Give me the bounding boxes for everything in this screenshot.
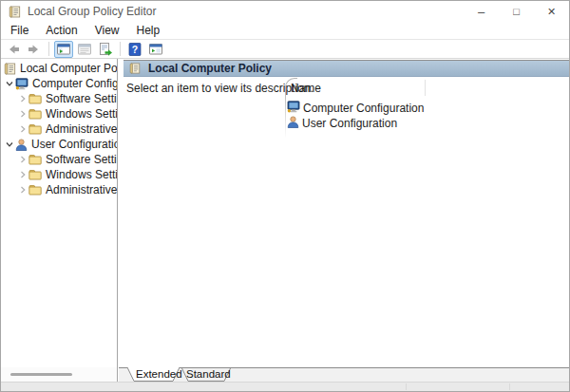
tree-item-software-settings[interactable]: Software Settings [1,152,117,167]
chevron-down-icon[interactable] [4,79,15,88]
folder-icon [28,123,42,135]
computer-icon [287,101,300,116]
policy-scroll-icon [129,63,141,74]
window-controls: – □ ✕ [464,1,569,22]
back-button[interactable] [4,41,23,58]
column-header-name[interactable]: Name [291,82,321,95]
menu-view[interactable]: View [86,22,128,39]
local-group-policy-editor-window: Local Group Policy Editor – □ ✕ File Act… [0,0,570,392]
tree-item-label: User Configuration [31,138,118,151]
console-window-icon [148,42,163,57]
export-list-button[interactable] [96,41,115,58]
properties-button[interactable] [75,41,94,58]
column-separator[interactable] [425,80,426,96]
selected-node-title: Local Computer Policy [148,62,272,75]
window-title: Local Group Policy Editor [28,5,156,18]
close-button[interactable]: ✕ [534,1,569,22]
chevron-right-icon[interactable] [17,155,28,164]
show-console-tree-button[interactable] [54,41,73,58]
chevron-right-icon[interactable] [17,124,28,134]
console-tree-icon [56,42,71,57]
list-item-user-configuration[interactable]: User Configuration [287,116,397,131]
tree-item-administrative-templates[interactable]: Administrative Templates [1,182,117,197]
minimize-button[interactable]: – [464,1,499,22]
tree-item-label: Administrative Templates [46,183,118,196]
title-bar: Local Group Policy Editor – □ ✕ [1,1,569,22]
tree-item-label: Computer Configuration [32,77,118,90]
toolbar-separator [48,42,49,56]
properties-icon [77,42,92,57]
tree-item-label: Windows Settings [46,168,118,181]
content-area: Local Computer Policy Computer Configura… [1,59,569,367]
list-item-label: User Configuration [302,117,397,130]
chevron-right-icon[interactable] [17,109,28,119]
maximize-button[interactable]: □ [499,1,534,22]
policy-scroll-icon [4,63,16,75]
svg-text:?: ? [132,44,138,55]
list-panel-divider [285,89,286,139]
tree-item-label: Software Settings [46,153,118,166]
back-arrow-icon [6,42,21,57]
tree-item-windows-settings[interactable]: Windows Settings [1,106,117,121]
folder-icon [28,169,42,180]
chevron-right-icon[interactable] [17,170,28,179]
toolbar: ? [1,40,569,59]
folder-icon [28,184,42,196]
forward-button[interactable] [25,41,44,58]
folder-icon [28,93,42,104]
chevron-right-icon[interactable] [17,94,28,103]
tree-horizontal-scrollbar[interactable] [1,367,118,382]
tree-item-label: Local Computer Policy [20,62,118,75]
tree-item-computer-configuration[interactable]: Computer Configuration [1,76,117,91]
help-button[interactable]: ? [125,41,144,58]
menu-bar: File Action View Help [1,22,569,40]
selected-node-header: Local Computer Policy [124,60,569,77]
tree-item-local-computer-policy[interactable]: Local Computer Policy [1,61,117,76]
menu-help[interactable]: Help [128,22,169,39]
console-tree-pane: Local Computer Policy Computer Configura… [1,59,118,367]
folder-icon [28,108,42,120]
status-bar [1,382,569,391]
tab-extended[interactable]: Extended [136,367,182,382]
view-tab-row: Extended Standard [1,367,569,382]
menu-file[interactable]: File [2,22,37,39]
list-item-computer-configuration[interactable]: Computer Configuration [287,101,424,116]
user-icon [287,116,299,131]
tree-item-software-settings[interactable]: Software Settings [1,91,117,106]
scrollbar-thumb[interactable] [10,373,72,376]
list-item-label: Computer Configuration [303,102,424,115]
status-separator [406,383,407,390]
policy-scroll-icon [9,6,21,18]
export-list-icon [98,42,113,57]
forward-arrow-icon [27,42,42,57]
tree-item-administrative-templates[interactable]: Administrative Templates [1,121,117,137]
toolbar-separator [120,42,121,56]
tabs-area: Extended Standard [119,367,569,382]
tree-item-label: Administrative Templates [46,122,118,136]
computer-icon [15,78,28,90]
user-icon [15,139,28,151]
tree-item-windows-settings[interactable]: Windows Settings [1,167,117,182]
results-pane: Local Computer Policy Select an item to … [124,59,569,367]
tab-standard[interactable]: Standard [186,367,231,382]
chevron-right-icon[interactable] [17,185,28,195]
help-icon: ? [127,42,142,57]
chevron-down-icon[interactable] [4,140,15,149]
status-separator [509,383,510,390]
menu-action[interactable]: Action [37,22,86,39]
new-window-button[interactable] [146,41,165,58]
tree-item-label: Windows Settings [46,107,118,121]
tree-item-label: Software Settings [46,92,118,105]
folder-icon [28,154,42,165]
tree-item-user-configuration[interactable]: User Configuration [1,137,117,152]
